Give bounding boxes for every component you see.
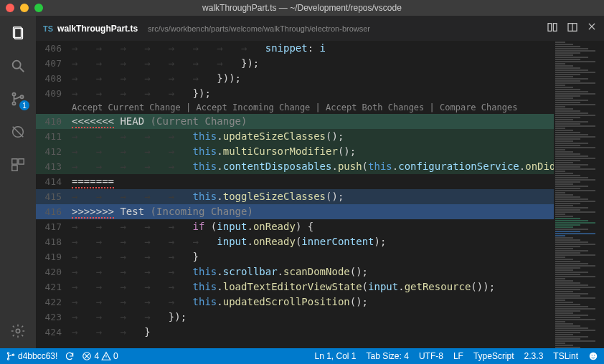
window-title: walkThroughPart.ts — ~/Development/repos…: [0, 3, 604, 13]
code-line[interactable]: 408→ → → → → → }));: [36, 71, 554, 86]
activity-extensions[interactable]: [8, 155, 28, 175]
svg-rect-10: [19, 159, 24, 164]
editor-actions: [547, 21, 597, 35]
code-line[interactable]: 410<<<<<<< HEAD (Current Change): [36, 114, 554, 129]
code-line[interactable]: 415→ → → → → this.toggleSizeClasses();: [36, 189, 554, 204]
code-line[interactable]: 407→ → → → → → → });: [36, 56, 554, 71]
svg-point-28: [594, 355, 595, 355]
status-warnings-count: 0: [113, 351, 118, 361]
status-branch-label: d4bbcc63!: [18, 351, 57, 361]
line-number: 417: [36, 219, 72, 234]
code-line[interactable]: 423→ → → → });: [36, 310, 554, 325]
svg-point-2: [13, 61, 21, 69]
line-number: 412: [36, 144, 72, 159]
scm-badge: 1: [19, 100, 29, 110]
activity-bar: 1: [0, 16, 36, 348]
titlebar: walkThroughPart.ts — ~/Development/repos…: [0, 0, 604, 16]
line-number: 422: [36, 294, 72, 310]
line-number: 408: [36, 71, 72, 86]
code-line[interactable]: 406→ → → → → → → → snippet: i: [36, 41, 554, 56]
close-window-button[interactable]: [6, 4, 14, 12]
code-editor[interactable]: 406→ → → → → → → → snippet: i407→ → → → …: [36, 41, 554, 348]
activity-search[interactable]: [8, 56, 28, 76]
status-tsversion[interactable]: 2.3.3: [524, 351, 544, 361]
tab-path: src/vs/workbench/parts/welcome/walkThrou…: [148, 24, 370, 33]
svg-rect-9: [12, 159, 17, 164]
line-number: 415: [36, 189, 72, 204]
tab-walkthroughpart[interactable]: TS walkThroughPart.ts src/vs/workbench/p…: [43, 24, 370, 34]
line-number: 421: [36, 279, 72, 294]
code-line[interactable]: 411→ → → → → this.updateSizeClasses();: [36, 129, 554, 144]
svg-point-27: [592, 355, 593, 355]
minimize-window-button[interactable]: [20, 4, 29, 12]
status-errors-count: 4: [94, 351, 99, 361]
svg-point-12: [16, 329, 20, 333]
split-compare-icon[interactable]: [547, 21, 558, 35]
code-line[interactable]: 421→ → → → → this.loadTextEditorViewStat…: [36, 279, 554, 294]
zoom-window-button[interactable]: [34, 4, 43, 12]
tab-bar: TS walkThroughPart.ts src/vs/workbench/p…: [36, 16, 604, 41]
code-line[interactable]: 413→ → → → → this.contentDisposables.pus…: [36, 159, 554, 174]
svg-point-20: [7, 358, 9, 360]
status-language[interactable]: TypeScript: [473, 351, 514, 361]
status-problems[interactable]: 4 0: [82, 351, 118, 361]
line-number: 416: [36, 204, 72, 219]
code-line[interactable]: 422→ → → → → this.updatedScrollPosition(…: [36, 294, 554, 310]
code-line[interactable]: 414=======: [36, 174, 554, 189]
typescript-icon: TS: [43, 24, 53, 33]
accept-incoming-link[interactable]: Accept Incoming Change: [196, 102, 310, 112]
line-number: 424: [36, 325, 72, 340]
line-number: 410: [36, 114, 72, 129]
svg-rect-13: [548, 24, 552, 32]
code-line[interactable]: 424→ → → }: [36, 325, 554, 340]
code-line[interactable]: 418→ → → → → → input.onReady(innerConten…: [36, 234, 554, 249]
status-cursor[interactable]: Ln 1, Col 1: [314, 351, 356, 361]
status-sync[interactable]: [65, 351, 75, 361]
close-tab-icon[interactable]: [587, 21, 597, 35]
svg-point-21: [12, 354, 14, 355]
line-number: 414: [36, 174, 72, 189]
compare-changes-link[interactable]: Compare Changes: [440, 102, 517, 112]
code-line[interactable]: 416>>>>>>> Test (Incoming Change): [36, 204, 554, 219]
accept-both-link[interactable]: Accept Both Changes: [326, 102, 424, 112]
svg-point-6: [20, 95, 23, 98]
svg-point-19: [7, 353, 9, 354]
status-eol[interactable]: LF: [453, 351, 463, 361]
status-branch[interactable]: d4bbcc63!: [6, 351, 57, 361]
tab-filename: walkThroughPart.ts: [57, 24, 138, 34]
line-number: 409: [36, 86, 72, 101]
status-tslint[interactable]: TSLint: [553, 351, 578, 361]
merge-codelens: Accept Current Change | Accept Incoming …: [36, 101, 554, 114]
activity-settings[interactable]: [8, 321, 28, 341]
line-number: 419: [36, 249, 72, 264]
code-line[interactable]: 417→ → → → → if (input.onReady) {: [36, 219, 554, 234]
minimap[interactable]: [554, 41, 604, 348]
svg-line-3: [20, 68, 24, 72]
code-line[interactable]: 420→ → → → → this.scrollbar.scanDomNode(…: [36, 264, 554, 279]
line-number: 407: [36, 56, 72, 71]
status-bar: d4bbcc63! 4 0 Ln 1, Col 1 Tab Size: 4 UT…: [0, 348, 604, 364]
status-feedback-icon[interactable]: [588, 351, 598, 361]
activity-explorer[interactable]: [8, 23, 28, 43]
svg-point-5: [12, 102, 15, 105]
svg-rect-11: [12, 166, 17, 171]
editor-area: TS walkThroughPart.ts src/vs/workbench/p…: [36, 16, 604, 348]
status-tabsize[interactable]: Tab Size: 4: [367, 351, 409, 361]
line-number: 420: [36, 264, 72, 279]
code-line[interactable]: 409→ → → → → });: [36, 86, 554, 101]
accept-current-link[interactable]: Accept Current Change: [72, 102, 181, 112]
svg-point-26: [590, 353, 598, 360]
line-number: 418: [36, 234, 72, 249]
status-encoding[interactable]: UTF-8: [419, 351, 443, 361]
activity-scm[interactable]: 1: [8, 89, 28, 109]
line-number: 413: [36, 159, 72, 174]
code-line[interactable]: 419→ → → → → }: [36, 249, 554, 264]
activity-debug[interactable]: [8, 122, 28, 142]
line-number: 406: [36, 41, 72, 56]
svg-rect-14: [553, 24, 557, 32]
svg-point-4: [12, 93, 15, 96]
split-editor-icon[interactable]: [567, 21, 578, 35]
line-number: 411: [36, 129, 72, 144]
traffic-lights: [6, 4, 43, 12]
code-line[interactable]: 412→ → → → → this.multiCursorModifier();: [36, 144, 554, 159]
